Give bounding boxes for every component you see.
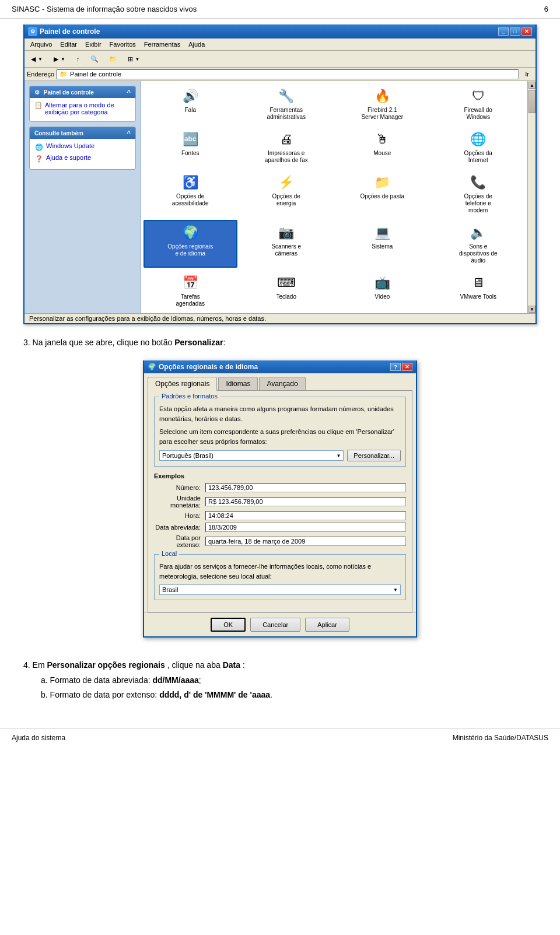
icon-impressoras[interactable]: 🖨 Impressoras e aparelhos de fax bbox=[240, 127, 334, 167]
dialog-body: Opções regionais Idiomas Avançado Padrõe… bbox=[144, 373, 416, 636]
examples-section: Exemplos Número: 123.456.789,00 Unidade … bbox=[154, 472, 406, 548]
forward-arrow-icon[interactable]: ▼ bbox=[60, 54, 66, 64]
scrollbar-down-btn[interactable]: ▼ bbox=[528, 306, 536, 313]
section4-text1: , clique na aba bbox=[167, 660, 220, 670]
sidebar-main-collapse[interactable]: ^ bbox=[127, 89, 131, 96]
example-numero-label: Número: bbox=[154, 484, 201, 491]
menu-arquivo[interactable]: Arquivo bbox=[27, 40, 55, 49]
icon-telefone[interactable]: 📞 Opções de telefone e modem bbox=[432, 170, 526, 218]
sons-icon: 🔈 bbox=[469, 223, 488, 242]
maximize-button[interactable]: □ bbox=[510, 27, 520, 36]
icon-regionais[interactable]: 🌍 Opções regionais e de idioma bbox=[144, 220, 237, 268]
fala-label: Fala bbox=[185, 107, 196, 114]
scrollbar-up-btn[interactable]: ▲ bbox=[528, 82, 536, 89]
icon-opcoes-internet[interactable]: 🌐 Opções da Internet bbox=[432, 127, 526, 167]
address-bar: Endereço 📁 Painel de controle Ir bbox=[24, 68, 536, 81]
teclado-icon: ⌨ bbox=[277, 274, 296, 292]
sidebar-link-windows-update[interactable]: 🌐 Windows Update bbox=[34, 142, 131, 152]
sidebar-link-help[interactable]: ❓ Ajuda e suporte bbox=[34, 154, 131, 163]
example-data-abrev: Data abreviada: 18/3/2009 bbox=[154, 523, 406, 532]
icon-scanners[interactable]: 📷 Scanners e câmeras bbox=[240, 220, 334, 268]
vmware-icon: 🖥 bbox=[469, 274, 488, 292]
teclado-label: Teclado bbox=[276, 293, 296, 300]
sistema-label: Sistema bbox=[372, 243, 393, 250]
section4-item-b: b. Formato de data por extenso: dddd, d'… bbox=[41, 688, 537, 702]
menu-ferramentas[interactable]: Ferramentas bbox=[141, 40, 184, 49]
icon-fontes[interactable]: 🔤 Fontes bbox=[144, 127, 237, 167]
dialog-titlebar-left: 🌍 Opções regionais e de idioma bbox=[148, 363, 258, 371]
icon-video[interactable]: 📺 Vídeo bbox=[335, 270, 429, 311]
mouse-label: Mouse bbox=[373, 150, 391, 157]
up-button[interactable]: ↑ bbox=[72, 54, 84, 64]
icon-ferramentas-admin[interactable]: 🔧 Ferramentas administrativas bbox=[240, 83, 334, 124]
tarefas-label: Tarefas agendadas bbox=[167, 293, 214, 307]
back-arrow-icon[interactable]: ▼ bbox=[37, 54, 43, 64]
painel-icon: ⚙ bbox=[34, 89, 40, 96]
icon-energia[interactable]: ⚡ Opções de energia bbox=[240, 170, 334, 218]
icon-sistema[interactable]: 💻 Sistema bbox=[335, 220, 429, 268]
icon-firebird[interactable]: 🔥 Firebird 2.1 Server Manager bbox=[335, 83, 429, 124]
section4-line1: 4. Em Personalizar opções regionais , cl… bbox=[23, 658, 537, 673]
menu-ajuda[interactable]: Ajuda bbox=[185, 40, 208, 49]
tab-opcoes-regionais[interactable]: Opções regionais bbox=[148, 377, 217, 391]
tab-avancado[interactable]: Avançado bbox=[259, 377, 305, 390]
address-field[interactable]: 📁 Painel de controle bbox=[57, 69, 519, 79]
icon-vmware[interactable]: 🖥 VMware Tools bbox=[432, 270, 526, 311]
minimize-button[interactable]: _ bbox=[498, 27, 509, 36]
dialog-footer: OK Cancelar Aplicar bbox=[144, 612, 416, 636]
views-arrow-icon[interactable]: ▼ bbox=[135, 54, 141, 64]
address-icon: 📁 bbox=[60, 71, 68, 78]
ferramentas-icon: 🔧 bbox=[277, 87, 296, 106]
section3-number: 3. Na janela que se abre, clique no botã… bbox=[23, 338, 172, 347]
menu-editar[interactable]: Editar bbox=[57, 40, 80, 49]
close-button[interactable]: ✕ bbox=[522, 27, 532, 36]
dialog-titlebar: 🌍 Opções regionais e de idioma ? ✕ bbox=[144, 360, 416, 373]
sidebar-link-category[interactable]: 📋 Alternar para o modo de exibição por c… bbox=[34, 101, 131, 115]
menu-favoritos[interactable]: Favoritos bbox=[106, 40, 139, 49]
icon-firewall[interactable]: 🛡 Firewall do Windows bbox=[432, 83, 526, 124]
firewall-label: Firewall do Windows bbox=[455, 107, 502, 121]
local-select[interactable]: Brasil ▼ bbox=[159, 584, 401, 595]
scrollbar-thumb[interactable] bbox=[528, 90, 536, 113]
icon-fala[interactable]: 🔊 Fala bbox=[144, 83, 237, 124]
dialog-help-btn[interactable]: ? bbox=[390, 363, 401, 371]
scrollbar[interactable]: ▲ ▼ bbox=[527, 81, 536, 313]
icon-tarefas[interactable]: 📅 Tarefas agendadas bbox=[144, 270, 237, 311]
icon-pasta[interactable]: 📁 Opções de pasta bbox=[335, 170, 429, 218]
regionais-label: Opções regionais e de idioma bbox=[167, 243, 214, 257]
padroes-text2: Selecione um item correspondente a suas … bbox=[159, 427, 401, 446]
views-button[interactable]: ⊞ ▼ bbox=[124, 52, 145, 65]
firebird-icon: 🔥 bbox=[373, 87, 391, 106]
fala-icon: 🔊 bbox=[181, 87, 200, 106]
folders-button[interactable]: 📁 bbox=[105, 54, 121, 65]
go-button[interactable]: Ir bbox=[521, 69, 533, 79]
section4-b-bold: dddd, d' de 'MMMM' de 'aaaa bbox=[159, 690, 270, 699]
icon-mouse[interactable]: 🖱 Mouse bbox=[335, 127, 429, 167]
dialog-container: 🌍 Opções regionais e de idioma ? ✕ Opçõe… bbox=[23, 355, 537, 649]
personalizar-btn[interactable]: Personalizar... bbox=[347, 450, 401, 461]
statusbar-text: Personalizar as configurações para a exi… bbox=[29, 315, 266, 322]
search-button[interactable]: 🔍 bbox=[86, 54, 103, 65]
tab-idiomas[interactable]: Idiomas bbox=[218, 377, 258, 390]
cancel-button[interactable]: Cancelar bbox=[250, 618, 300, 632]
vmware-label: VMware Tools bbox=[460, 293, 496, 300]
dialog-opcoes-regionais: 🌍 Opções regionais e de idioma ? ✕ Opçõe… bbox=[143, 360, 417, 638]
icon-teclado[interactable]: ⌨ Teclado bbox=[240, 270, 334, 311]
padroes-group-title: Padrões e formatos bbox=[159, 393, 220, 400]
forward-button[interactable]: ▶ ▼ bbox=[50, 52, 70, 65]
section3-text: 3. Na janela que se abre, clique no botã… bbox=[23, 336, 537, 349]
menu-exibir[interactable]: Exibir bbox=[82, 40, 105, 49]
icon-sons[interactable]: 🔈 Sons e dispositivos de áudio bbox=[432, 220, 526, 268]
ok-button[interactable]: OK bbox=[211, 618, 246, 632]
page-footer: Ajuda do sistema Ministério da Saúde/DAT… bbox=[0, 729, 560, 747]
window-body: ⚙ Painel de controle ^ 📋 Alternar para o… bbox=[24, 81, 536, 313]
language-select[interactable]: Português (Brasil) ▼ bbox=[159, 450, 344, 461]
aplicar-button[interactable]: Aplicar bbox=[305, 618, 349, 632]
dialog-close-btn[interactable]: ✕ bbox=[402, 363, 412, 371]
firewall-icon: 🛡 bbox=[469, 87, 488, 106]
example-moeda-value: R$ 123.456.789,00 bbox=[205, 497, 406, 506]
back-icon: ◀ bbox=[31, 55, 36, 63]
sidebar-also-collapse[interactable]: ^ bbox=[127, 129, 131, 136]
back-button[interactable]: ◀ ▼ bbox=[27, 52, 47, 65]
icon-acessibilidade[interactable]: ♿ Opções de acessibilidade bbox=[144, 170, 237, 218]
